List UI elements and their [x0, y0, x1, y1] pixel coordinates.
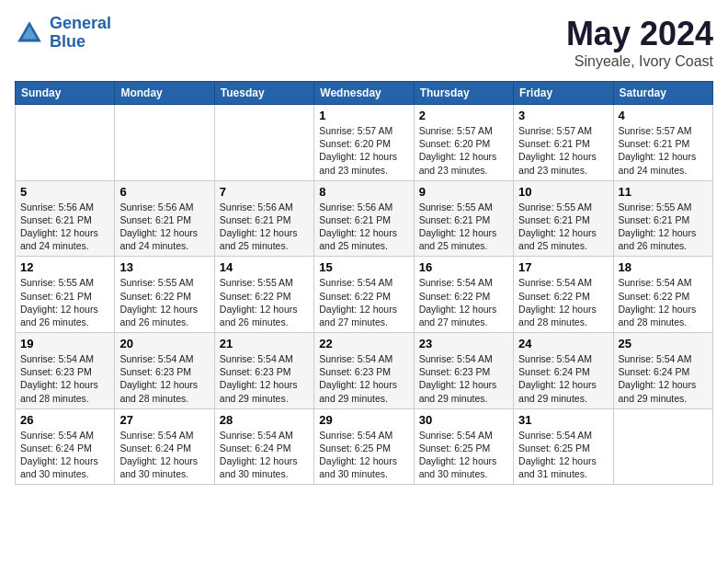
- day-number: 13: [119, 260, 209, 274]
- calendar-cell: 12Sunrise: 5:55 AM Sunset: 6:21 PM Dayli…: [16, 257, 115, 333]
- calendar-cell: 19Sunrise: 5:54 AM Sunset: 6:23 PM Dayli…: [16, 333, 115, 409]
- day-info: Sunrise: 5:54 AM Sunset: 6:24 PM Dayligh…: [619, 352, 708, 405]
- day-info: Sunrise: 5:54 AM Sunset: 6:23 PM Dayligh…: [419, 352, 508, 405]
- calendar-cell: 6Sunrise: 5:56 AM Sunset: 6:21 PM Daylig…: [115, 180, 214, 257]
- day-number: 17: [518, 260, 608, 274]
- day-info: Sunrise: 5:54 AM Sunset: 6:25 PM Dayligh…: [319, 429, 408, 481]
- calendar-cell: 22Sunrise: 5:54 AM Sunset: 6:23 PM Dayli…: [314, 333, 414, 409]
- logo-text: General Blue: [50, 15, 111, 52]
- day-number: 20: [119, 337, 209, 350]
- day-info: Sunrise: 5:54 AM Sunset: 6:25 PM Dayligh…: [518, 429, 608, 481]
- day-number: 4: [619, 109, 708, 122]
- day-number: 27: [119, 413, 209, 427]
- day-number: 14: [220, 260, 309, 274]
- day-info: Sunrise: 5:57 AM Sunset: 6:20 PM Dayligh…: [319, 124, 408, 177]
- day-number: 22: [319, 337, 408, 350]
- day-info: Sunrise: 5:55 AM Sunset: 6:22 PM Dayligh…: [220, 276, 309, 328]
- calendar-cell: 23Sunrise: 5:54 AM Sunset: 6:23 PM Dayli…: [414, 333, 513, 409]
- calendar-cell: [613, 408, 712, 485]
- day-info: Sunrise: 5:57 AM Sunset: 6:21 PM Dayligh…: [619, 124, 708, 177]
- day-info: Sunrise: 5:57 AM Sunset: 6:21 PM Dayligh…: [518, 124, 608, 177]
- day-number: 31: [518, 413, 608, 427]
- weekday-header: Friday: [514, 82, 613, 105]
- day-number: 1: [319, 109, 408, 122]
- calendar-cell: 20Sunrise: 5:54 AM Sunset: 6:23 PM Dayli…: [115, 333, 214, 409]
- day-info: Sunrise: 5:56 AM Sunset: 6:21 PM Dayligh…: [20, 201, 109, 253]
- calendar-cell: 8Sunrise: 5:56 AM Sunset: 6:21 PM Daylig…: [314, 180, 414, 257]
- calendar-cell: 24Sunrise: 5:54 AM Sunset: 6:24 PM Dayli…: [514, 333, 613, 409]
- day-info: Sunrise: 5:54 AM Sunset: 6:23 PM Dayligh…: [319, 352, 408, 405]
- day-number: 16: [419, 260, 508, 274]
- calendar-cell: 17Sunrise: 5:54 AM Sunset: 6:22 PM Dayli…: [514, 257, 613, 333]
- calendar-cell: [115, 105, 214, 181]
- day-info: Sunrise: 5:54 AM Sunset: 6:22 PM Dayligh…: [619, 276, 708, 328]
- calendar-cell: 28Sunrise: 5:54 AM Sunset: 6:24 PM Dayli…: [214, 408, 313, 485]
- day-info: Sunrise: 5:56 AM Sunset: 6:21 PM Dayligh…: [319, 201, 408, 253]
- weekday-header: Monday: [115, 82, 214, 105]
- calendar-cell: 13Sunrise: 5:55 AM Sunset: 6:22 PM Dayli…: [115, 257, 214, 333]
- calendar-cell: 31Sunrise: 5:54 AM Sunset: 6:25 PM Dayli…: [514, 408, 613, 485]
- day-number: 10: [518, 185, 608, 199]
- weekday-header: Tuesday: [214, 82, 313, 105]
- day-info: Sunrise: 5:55 AM Sunset: 6:21 PM Dayligh…: [20, 276, 109, 328]
- calendar-cell: 9Sunrise: 5:55 AM Sunset: 6:21 PM Daylig…: [414, 180, 513, 257]
- day-info: Sunrise: 5:56 AM Sunset: 6:21 PM Dayligh…: [119, 201, 209, 253]
- day-info: Sunrise: 5:55 AM Sunset: 6:21 PM Dayligh…: [518, 201, 608, 253]
- calendar-cell: 10Sunrise: 5:55 AM Sunset: 6:21 PM Dayli…: [514, 180, 613, 257]
- calendar-cell: 3Sunrise: 5:57 AM Sunset: 6:21 PM Daylig…: [514, 105, 613, 181]
- day-number: 2: [419, 109, 508, 122]
- calendar-cell: 27Sunrise: 5:54 AM Sunset: 6:24 PM Dayli…: [115, 408, 214, 485]
- day-number: 25: [619, 337, 708, 350]
- calendar-cell: 11Sunrise: 5:55 AM Sunset: 6:21 PM Dayli…: [613, 180, 712, 257]
- day-info: Sunrise: 5:57 AM Sunset: 6:20 PM Dayligh…: [419, 124, 508, 177]
- day-info: Sunrise: 5:54 AM Sunset: 6:25 PM Dayligh…: [419, 429, 508, 481]
- calendar-cell: 18Sunrise: 5:54 AM Sunset: 6:22 PM Dayli…: [613, 257, 712, 333]
- day-number: 23: [419, 337, 508, 350]
- day-number: 29: [319, 413, 408, 427]
- page-header: General Blue May 2024 Sinyeale, Ivory Co…: [15, 15, 713, 70]
- day-info: Sunrise: 5:55 AM Sunset: 6:22 PM Dayligh…: [119, 276, 209, 328]
- calendar-cell: 15Sunrise: 5:54 AM Sunset: 6:22 PM Dayli…: [314, 257, 414, 333]
- calendar-cell: 4Sunrise: 5:57 AM Sunset: 6:21 PM Daylig…: [613, 105, 712, 181]
- day-info: Sunrise: 5:54 AM Sunset: 6:22 PM Dayligh…: [319, 276, 408, 328]
- day-info: Sunrise: 5:54 AM Sunset: 6:24 PM Dayligh…: [119, 429, 209, 481]
- day-info: Sunrise: 5:54 AM Sunset: 6:23 PM Dayligh…: [20, 352, 109, 405]
- day-number: 24: [518, 337, 608, 350]
- day-number: 5: [20, 185, 109, 199]
- day-number: 12: [20, 260, 109, 274]
- logo-icon: [15, 18, 44, 48]
- day-number: 26: [20, 413, 109, 427]
- calendar-cell: 21Sunrise: 5:54 AM Sunset: 6:23 PM Dayli…: [214, 333, 313, 409]
- calendar-table: SundayMondayTuesdayWednesdayThursdayFrid…: [15, 81, 713, 485]
- calendar-cell: 5Sunrise: 5:56 AM Sunset: 6:21 PM Daylig…: [16, 180, 115, 257]
- day-number: 8: [319, 185, 408, 199]
- title-block: May 2024 Sinyeale, Ivory Coast: [566, 15, 713, 70]
- calendar-cell: 14Sunrise: 5:55 AM Sunset: 6:22 PM Dayli…: [214, 257, 313, 333]
- month-title: May 2024: [566, 15, 713, 53]
- weekday-header: Wednesday: [314, 82, 414, 105]
- logo: General Blue: [15, 15, 111, 52]
- day-number: 30: [419, 413, 508, 427]
- day-number: 6: [119, 185, 209, 199]
- day-info: Sunrise: 5:54 AM Sunset: 6:22 PM Dayligh…: [419, 276, 508, 328]
- calendar-cell: [16, 105, 115, 181]
- day-number: 9: [419, 185, 508, 199]
- logo-line2: Blue: [50, 32, 85, 51]
- day-info: Sunrise: 5:56 AM Sunset: 6:21 PM Dayligh…: [220, 201, 309, 253]
- calendar-cell: 1Sunrise: 5:57 AM Sunset: 6:20 PM Daylig…: [314, 105, 414, 181]
- calendar-cell: 16Sunrise: 5:54 AM Sunset: 6:22 PM Dayli…: [414, 257, 513, 333]
- day-info: Sunrise: 5:54 AM Sunset: 6:22 PM Dayligh…: [518, 276, 608, 328]
- day-info: Sunrise: 5:55 AM Sunset: 6:21 PM Dayligh…: [619, 201, 708, 253]
- day-info: Sunrise: 5:54 AM Sunset: 6:24 PM Dayligh…: [20, 429, 109, 481]
- day-info: Sunrise: 5:54 AM Sunset: 6:23 PM Dayligh…: [119, 352, 209, 405]
- weekday-header: Saturday: [613, 82, 712, 105]
- day-info: Sunrise: 5:54 AM Sunset: 6:23 PM Dayligh…: [220, 352, 309, 405]
- logo-line1: General: [50, 14, 111, 32]
- day-number: 11: [619, 185, 708, 199]
- day-number: 18: [619, 260, 708, 274]
- calendar-cell: 26Sunrise: 5:54 AM Sunset: 6:24 PM Dayli…: [16, 408, 115, 485]
- day-number: 19: [20, 337, 109, 350]
- calendar-cell: [214, 105, 313, 181]
- calendar-cell: 2Sunrise: 5:57 AM Sunset: 6:20 PM Daylig…: [414, 105, 513, 181]
- weekday-header: Thursday: [414, 82, 513, 105]
